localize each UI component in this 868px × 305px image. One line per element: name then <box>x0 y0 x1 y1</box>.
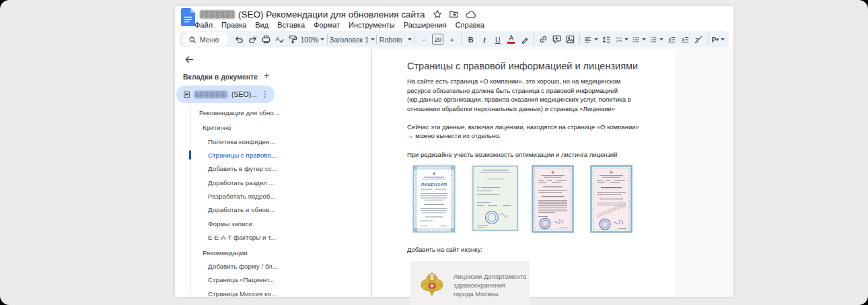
license-image-1[interactable]: ЛИЦЕНЗИЯ <box>412 165 456 233</box>
paragraph-style-select[interactable]: Заголовок 1 <box>330 33 373 46</box>
outline-item-label: Доработать раздел ... <box>208 179 274 187</box>
star-icon[interactable] <box>432 9 443 20</box>
font-size-input[interactable]: 20 <box>432 34 443 45</box>
outline-item-2[interactable]: Критично <box>175 121 371 135</box>
outline-item-label: Добавить форму / бл... <box>208 263 278 270</box>
numbered-list-button[interactable]: 123 <box>648 33 665 46</box>
menu-item-help[interactable]: Справка <box>456 21 484 29</box>
redacted-title-prefix <box>200 10 235 19</box>
search-icon <box>188 36 196 44</box>
outline-item-label: Критично <box>203 124 231 131</box>
toolbar-separator <box>376 34 377 44</box>
google-docs-window: (SEO) Рекомендации для обновления сайта … <box>175 6 733 297</box>
toolbar-separator <box>327 34 328 44</box>
insert-image-button[interactable] <box>564 33 577 46</box>
menu-item-extensions[interactable]: Расширения <box>404 21 447 29</box>
zoom-select[interactable]: 100% <box>300 33 324 46</box>
google-docs-logo-icon[interactable] <box>181 8 195 26</box>
paragraph[interactable]: При редизайне учесть возможность оптимиз… <box>407 150 644 160</box>
outline-item-8[interactable]: Доработать и обнов... <box>175 203 371 217</box>
document-canvas: Страницы с правовой информацией и лиценз… <box>371 47 733 297</box>
outline-item-14[interactable]: Страница Миссия ко... <box>175 287 371 297</box>
document-header: (SEO) Рекомендации для обновления сайта … <box>175 6 733 30</box>
menu-item-format[interactable]: Формат <box>314 21 340 29</box>
highlight-color-button[interactable] <box>518 33 531 46</box>
menu-bar: ФайлПравкаВидВставкаФорматИнструментыРас… <box>194 21 484 29</box>
outline-item-10[interactable]: Е-Е-А-Т факторы и т... <box>175 230 371 244</box>
decrease-indent-button[interactable] <box>665 33 678 46</box>
add-icon-label[interactable]: Добавить на сайт иконку: <box>407 246 676 253</box>
tab-options-icon[interactable]: ⋮ <box>261 91 269 98</box>
spell-check-button[interactable]: A <box>273 33 286 46</box>
license-card-text: Лицензии Департамента здравоохранения го… <box>454 272 526 298</box>
checklist-button[interactable] <box>614 33 630 46</box>
outline-item-7[interactable]: Разработать подроб... <box>175 189 371 203</box>
italic-button[interactable]: I <box>478 33 491 46</box>
text-color-button[interactable]: A <box>505 33 517 46</box>
document-page[interactable]: Страницы с правовой информацией и лиценз… <box>371 50 676 297</box>
document-outline: Рекомендации для обно...КритичноПолитика… <box>175 106 371 297</box>
add-comment-button[interactable] <box>550 33 563 46</box>
outline-item-label: Страница «Пациент... <box>208 276 275 283</box>
outline-item-9[interactable]: Формы записи <box>175 217 371 230</box>
tab-label: (SEO)... <box>231 90 257 98</box>
print-button[interactable] <box>260 33 273 46</box>
paint-format-button[interactable] <box>287 33 299 46</box>
menu-item-tools[interactable]: Инструменты <box>349 21 395 29</box>
redo-button[interactable] <box>246 33 259 46</box>
outline-item-label: Рекомендации <box>203 249 248 257</box>
toolbar-separator <box>708 34 709 44</box>
document-title[interactable]: (SEO) Рекомендации для обновления сайта <box>238 9 425 20</box>
license-image-2[interactable] <box>472 165 519 232</box>
outline-item-label: Рекомендации для обно... <box>199 109 279 116</box>
outline-item-label: Политика конфиден... <box>208 138 275 145</box>
menu-item-edit[interactable]: Правка <box>221 21 246 29</box>
align-button[interactable] <box>583 33 600 46</box>
back-arrow-icon[interactable] <box>183 53 195 65</box>
license-image-3[interactable] <box>532 165 574 233</box>
outline-item-5[interactable]: Добавить в футер сс... <box>175 162 371 176</box>
outline-item-label: Разработать подроб... <box>208 193 276 200</box>
outline-item-label: Добавить в футер сс... <box>208 165 277 172</box>
bulleted-list-button[interactable] <box>630 33 647 46</box>
add-tab-icon[interactable]: + <box>260 69 273 81</box>
outline-item-12[interactable]: Добавить форму / бл... <box>175 259 371 273</box>
outline-item-4[interactable]: Страницы с правово... <box>175 148 371 162</box>
menu-item-file[interactable]: Файл <box>194 21 213 29</box>
increase-indent-button[interactable] <box>679 33 692 46</box>
font-size-increase-button[interactable]: + <box>445 33 458 46</box>
bold-button[interactable]: B <box>464 33 477 46</box>
move-to-folder-icon[interactable] <box>449 9 460 20</box>
section-heading[interactable]: Страницы с правовой информацией и лиценз… <box>407 61 676 71</box>
toolbar-separator <box>534 34 534 44</box>
outline-item-3[interactable]: Политика конфиден... <box>175 135 371 148</box>
menu-item-insert[interactable]: Вставка <box>277 21 305 29</box>
text-color-swatch <box>507 42 515 44</box>
outline-item-11[interactable]: Рекомендации <box>175 246 371 259</box>
license-icon-card[interactable]: Лицензии Департамента здравоохранения го… <box>410 261 530 305</box>
formatting-mode-button[interactable]: P▾ <box>711 33 725 46</box>
font-family-select[interactable]: Roboto <box>379 33 411 46</box>
outline-item-1[interactable]: Рекомендации для обно... <box>175 106 371 119</box>
license-images-row: ЛИЦЕНЗИЯ <box>412 165 676 233</box>
insert-link-button[interactable] <box>537 33 550 46</box>
outline-item-13[interactable]: Страница «Пациент... <box>175 273 371 287</box>
outline-item-label: Е-Е-А-Т факторы и т... <box>208 234 276 241</box>
undo-button[interactable] <box>233 33 246 46</box>
paragraph[interactable]: Сейчас эти данные, включая лицензии, нах… <box>407 123 644 141</box>
svg-text:3: 3 <box>650 41 651 44</box>
cloud-status-icon[interactable] <box>466 9 476 20</box>
active-document-tab[interactable]: (SEO)... ⋮ <box>176 86 275 103</box>
underline-button[interactable]: U <box>491 33 504 46</box>
outline-item-label: Доработать и обнов... <box>208 206 275 213</box>
clear-formatting-button[interactable]: T <box>692 33 705 46</box>
search-menus-button[interactable]: Меню <box>183 32 228 46</box>
font-size-decrease-button[interactable]: − <box>417 33 430 46</box>
outline-item-6[interactable]: Доработать раздел ... <box>175 176 371 189</box>
paragraph[interactable]: На сайте есть страница «О компании», это… <box>407 77 644 113</box>
active-indicator <box>189 150 191 160</box>
tab-document-icon <box>183 90 190 99</box>
license-image-4[interactable] <box>590 165 632 233</box>
menu-item-view[interactable]: Вид <box>255 21 268 29</box>
line-spacing-button[interactable] <box>600 33 613 46</box>
